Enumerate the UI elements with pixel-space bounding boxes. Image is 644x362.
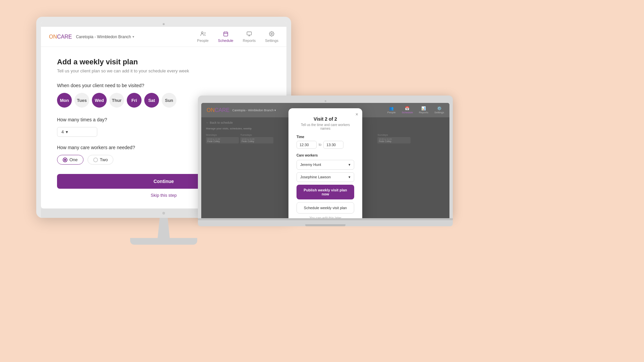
edit-later-text: You can edit this later: [297, 216, 354, 219]
logo-care: CARE: [57, 34, 72, 40]
time-to-input[interactable]: [323, 141, 343, 149]
people-label: People: [197, 39, 209, 43]
day-wed[interactable]: Wed: [92, 93, 107, 108]
mb-schedule-icon: 📅: [405, 106, 410, 111]
imac-header-nav: People Schedule Reports: [197, 31, 278, 43]
radio-two[interactable]: Two: [88, 155, 114, 165]
logo-on: ON: [49, 34, 57, 40]
visit-modal: × Visit 2 of 2 Tell us the time and care…: [288, 108, 362, 219]
nav-item-settings[interactable]: Settings: [265, 31, 278, 43]
mb-nav-people[interactable]: 👥 People: [387, 106, 396, 114]
mb-settings-label: Settings: [434, 111, 444, 114]
nav-item-schedule[interactable]: Schedule: [218, 31, 233, 43]
modal-time-label: Time: [297, 135, 354, 139]
mb-people-icon: 👥: [389, 106, 394, 111]
people-icon: [200, 31, 206, 38]
day-sun[interactable]: Sun: [162, 93, 176, 108]
macbook-base: [198, 220, 453, 226]
mb-reports-label: Reports: [419, 111, 428, 114]
branch-selector[interactable]: Caretopia - Wimbledon Branch ▾: [76, 35, 134, 39]
macbook-device: ONCARE Caretopia - Wimbledon Branch ▾ 👥 …: [198, 96, 453, 226]
macbook-content: ← Back to schedule Manage your visits, s…: [201, 118, 449, 218]
settings-icon: [269, 31, 274, 38]
day-sat[interactable]: Sat: [144, 93, 159, 108]
day-mon[interactable]: Mon: [57, 93, 72, 108]
worker2-dropdown[interactable]: Josephine Lawson ▾: [297, 172, 354, 182]
mb-logo-on: ON: [207, 107, 215, 113]
svg-rect-5: [247, 32, 251, 35]
page-title: Add a weekly visit plan: [57, 58, 270, 66]
modal-title: Visit 2 of 2: [297, 116, 354, 122]
publish-btn[interactable]: Publish weekly visit plan now: [297, 185, 354, 199]
modal-to-text: to: [319, 143, 321, 146]
mb-people-label: People: [387, 111, 396, 114]
mb-nav-reports[interactable]: 📊 Reports: [419, 106, 428, 114]
radio-one-circle: [63, 158, 67, 162]
nav-item-reports[interactable]: Reports: [243, 31, 256, 43]
branch-name: Caretopia - Wimbledon Branch: [76, 35, 131, 39]
mb-nav-settings[interactable]: ⚙️ Settings: [434, 106, 444, 114]
times-value: 4: [61, 129, 64, 134]
branch-chevron-icon: ▾: [132, 35, 134, 39]
reports-label: Reports: [243, 39, 256, 43]
settings-label: Settings: [265, 39, 278, 43]
modal-time-row: to: [297, 141, 354, 149]
times-select[interactable]: 4 ▾: [57, 127, 97, 137]
mb-nav-schedule[interactable]: 📅 Schedule: [402, 106, 413, 114]
macbook-nav: 👥 People 📅 Schedule 📊 Reports ⚙️ Setting…: [387, 106, 444, 114]
macbook-screen-border: ONCARE Caretopia - Wimbledon Branch ▾ 👥 …: [198, 96, 453, 218]
day-tues[interactable]: Tues: [74, 93, 89, 108]
svg-rect-1: [224, 32, 228, 36]
schedule-btn[interactable]: Schedule weekly visit plan: [297, 202, 354, 214]
imac-logo: ONCARE: [49, 34, 72, 40]
mb-logo-care: CARE: [215, 107, 229, 113]
svg-point-8: [271, 33, 272, 35]
worker2-chevron-icon: ▾: [348, 175, 351, 179]
worker1-chevron-icon: ▾: [348, 163, 351, 167]
imac-stand-base: [130, 238, 197, 245]
radio-one-label: One: [69, 157, 78, 162]
modal-subtitle: Tell us the time and care workers names: [297, 123, 354, 130]
reports-icon: [247, 31, 252, 38]
radio-one[interactable]: One: [57, 155, 84, 165]
imac-app-header: ONCARE Caretopia - Wimbledon Branch ▾ Pe…: [41, 27, 286, 47]
macbook-screen: ONCARE Caretopia - Wimbledon Branch ▾ 👥 …: [201, 103, 449, 218]
mb-settings-icon: ⚙️: [437, 106, 442, 111]
imac-stand-neck: [154, 218, 174, 238]
macbook-branch: Caretopia - Wimbledon Branch ▾: [232, 109, 276, 112]
when-label: When does your client need to be visited…: [57, 83, 270, 88]
mb-reports-icon: 📊: [421, 106, 426, 111]
worker2-name: Josephine Lawson: [300, 175, 331, 179]
modal-close-button[interactable]: ×: [356, 112, 358, 117]
day-thur[interactable]: Thur: [109, 93, 124, 108]
worker1-dropdown[interactable]: Jeremy Hunt ▾: [297, 160, 354, 170]
nav-item-people[interactable]: People: [197, 31, 209, 43]
time-from-input[interactable]: [297, 141, 317, 149]
svg-point-0: [201, 32, 203, 34]
radio-two-circle: [93, 158, 98, 162]
times-chevron-icon: ▾: [66, 129, 68, 134]
radio-two-label: Two: [100, 157, 108, 162]
day-fri[interactable]: Fri: [127, 93, 142, 108]
worker1-name: Jeremy Hunt: [300, 163, 321, 167]
modal-overlay: × Visit 2 of 2 Tell us the time and care…: [201, 118, 449, 218]
care-workers-label: Care workers: [297, 154, 354, 157]
schedule-label: Schedule: [218, 39, 233, 43]
mb-schedule-label: Schedule: [402, 111, 413, 114]
schedule-icon: [223, 31, 228, 38]
page-subtitle: Tell us your client plan so we can add i…: [57, 68, 270, 73]
imac-chin-dot: [162, 212, 165, 215]
macbook-logo: ONCARE: [207, 107, 229, 113]
